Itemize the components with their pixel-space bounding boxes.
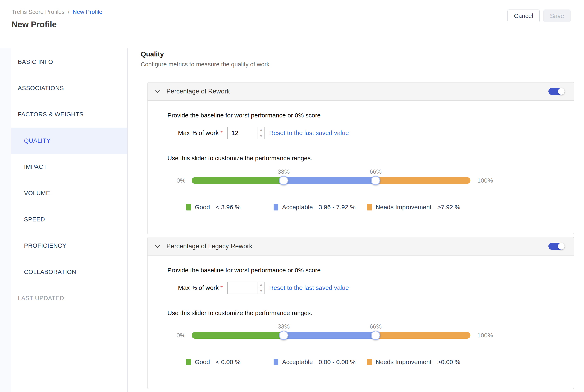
max-percent-field-row: Max % of work* ∧ ∨ Reset to the last sav… <box>178 127 554 139</box>
metric-card-title: Percentage of Legacy Rework <box>166 242 252 250</box>
acceptable-swatch-icon <box>273 204 278 210</box>
metric-card-header[interactable]: Percentage of Rework <box>148 82 574 101</box>
sidebar-item-associations[interactable]: ASSOCIATIONS <box>11 75 127 101</box>
max-percent-label: Max % of work* <box>178 130 223 136</box>
range-legend: Good < 0.00 % Acceptable 0.00 - 0.00 % N… <box>186 358 554 366</box>
sidebar-item-proficiency[interactable]: PROFICIENCY <box>11 232 127 259</box>
good-swatch-icon <box>186 204 191 210</box>
needs-improvement-swatch-icon <box>367 359 372 365</box>
slider-max-label: 100% <box>477 177 493 184</box>
slider-segment-good <box>192 177 284 184</box>
slider-segment-needs-improvement <box>376 332 470 339</box>
max-percent-input[interactable] <box>228 282 257 294</box>
main-content: Quality Configure metrics to measure the… <box>128 48 584 392</box>
max-percent-label: Max % of work* <box>178 284 223 291</box>
sidebar: BASIC INFO ASSOCIATIONS FACTORS & WEIGHT… <box>11 48 128 392</box>
spinner-up-icon[interactable]: ∧ <box>257 127 264 133</box>
metric-card-percentage-of-legacy-rework: Percentage of Legacy Rework Provide the … <box>147 237 574 389</box>
metric-card-body: Provide the baseline for worst performan… <box>148 101 574 234</box>
legend-item-needs-improvement: Needs Improvement >7.92 % <box>367 204 554 211</box>
slider-instruction: Use this slider to customize the perform… <box>167 155 554 162</box>
slider-handle2-value: 66% <box>370 168 382 175</box>
legend-item-needs-improvement: Needs Improvement >0.00 % <box>367 358 554 366</box>
legend-item-acceptable: Acceptable 3.96 - 7.92 % <box>273 204 367 211</box>
baseline-instruction: Provide the baseline for worst performan… <box>167 267 554 274</box>
sidebar-item-speed[interactable]: SPEED <box>11 206 127 232</box>
required-asterisk: * <box>220 130 223 136</box>
slider-handle-1[interactable] <box>279 330 288 340</box>
cancel-button[interactable]: Cancel <box>507 10 540 22</box>
slider-max-label: 100% <box>477 332 493 339</box>
required-asterisk: * <box>220 284 223 291</box>
sidebar-item-volume[interactable]: VOLUME <box>11 180 127 206</box>
metric-card-body: Provide the baseline for worst performan… <box>148 256 574 389</box>
acceptable-swatch-icon <box>273 359 278 365</box>
slider-handle1-value: 33% <box>277 323 289 330</box>
slider-instruction: Use this slider to customize the perform… <box>167 310 554 316</box>
slider-handle-2[interactable] <box>371 330 380 340</box>
max-percent-input-group: ∧ ∨ <box>227 127 265 139</box>
max-percent-input[interactable] <box>228 127 257 139</box>
breadcrumb-current[interactable]: New Profile <box>73 9 102 15</box>
performance-slider: 0% 33% 66% 100% <box>173 177 554 184</box>
metric-enabled-toggle[interactable] <box>548 243 564 250</box>
good-swatch-icon <box>186 359 191 365</box>
breadcrumb-root[interactable]: Trellis Score Profiles <box>12 9 65 15</box>
metric-card-title: Percentage of Rework <box>166 88 230 95</box>
slider-track[interactable]: 33% 66% <box>192 332 470 339</box>
slider-segment-needs-improvement <box>376 177 470 184</box>
save-button[interactable]: Save <box>543 10 570 22</box>
top-bar: Trellis Score Profiles / New Profile New… <box>0 0 584 48</box>
max-percent-field-row: Max % of work* ∧ ∨ Reset to the last sav… <box>178 282 554 294</box>
sidebar-item-basic-info[interactable]: BASIC INFO <box>11 49 127 75</box>
breadcrumb: Trellis Score Profiles / New Profile <box>12 9 102 15</box>
breadcrumb-separator: / <box>68 9 69 15</box>
reset-link[interactable]: Reset to the last saved value <box>269 284 349 291</box>
page-title: New Profile <box>12 20 102 29</box>
range-legend: Good < 3.96 % Acceptable 3.96 - 7.92 % N… <box>186 204 554 211</box>
legend-item-good: Good < 3.96 % <box>186 204 273 211</box>
left-gutter <box>0 48 11 392</box>
number-spinner: ∧ ∨ <box>257 127 264 139</box>
legend-item-acceptable: Acceptable 0.00 - 0.00 % <box>273 358 367 366</box>
baseline-instruction: Provide the baseline for worst performan… <box>167 112 554 119</box>
max-percent-input-group: ∧ ∨ <box>227 282 265 294</box>
slider-handle-2[interactable] <box>371 176 380 185</box>
toggle-knob <box>558 88 564 95</box>
top-bar-actions: Cancel Save <box>507 10 570 22</box>
slider-min-label: 0% <box>173 332 185 339</box>
metric-cards: Percentage of Rework Provide the baselin… <box>147 82 574 389</box>
top-bar-left: Trellis Score Profiles / New Profile New… <box>12 9 102 29</box>
slider-handle2-value: 66% <box>370 323 382 330</box>
section-title: Quality <box>141 50 574 58</box>
slider-segment-acceptable <box>284 332 376 339</box>
slider-segment-acceptable <box>284 177 376 184</box>
metric-card-percentage-of-rework: Percentage of Rework Provide the baselin… <box>147 82 574 234</box>
metric-enabled-toggle[interactable] <box>548 88 564 95</box>
needs-improvement-swatch-icon <box>367 204 372 210</box>
chevron-down-icon[interactable] <box>154 243 161 249</box>
toggle-knob <box>558 243 564 250</box>
performance-slider: 0% 33% 66% 100% <box>173 332 554 339</box>
chevron-down-icon[interactable] <box>154 88 161 94</box>
sidebar-item-factors-weights[interactable]: FACTORS & WEIGHTS <box>11 101 127 128</box>
section-subtitle: Configure metrics to measure the quality… <box>141 61 574 68</box>
reset-link[interactable]: Reset to the last saved value <box>269 130 349 136</box>
last-updated-label: LAST UPDATED: <box>11 285 127 311</box>
slider-track[interactable]: 33% 66% <box>192 177 470 184</box>
sidebar-item-quality[interactable]: QUALITY <box>11 128 127 154</box>
number-spinner: ∧ ∨ <box>257 282 264 294</box>
legend-item-good: Good < 0.00 % <box>186 358 273 366</box>
slider-min-label: 0% <box>173 177 185 184</box>
sidebar-item-impact[interactable]: IMPACT <box>11 154 127 180</box>
slider-handle-1[interactable] <box>279 176 288 185</box>
slider-handle1-value: 33% <box>277 168 289 175</box>
sidebar-item-collaboration[interactable]: COLLABORATION <box>11 259 127 285</box>
metric-card-header[interactable]: Percentage of Legacy Rework <box>148 237 574 256</box>
spinner-down-icon[interactable]: ∨ <box>257 133 264 139</box>
spinner-down-icon[interactable]: ∨ <box>257 288 264 294</box>
spinner-up-icon[interactable]: ∧ <box>257 282 264 288</box>
slider-segment-good <box>192 332 284 339</box>
